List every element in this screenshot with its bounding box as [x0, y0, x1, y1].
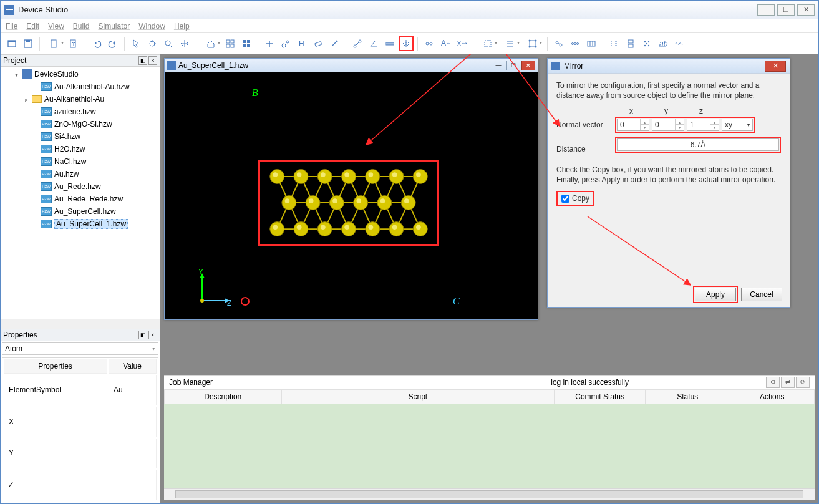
viewport-3d[interactable]: B C	[165, 72, 538, 319]
svg-point-110	[356, 198, 361, 203]
copy-atoms-icon[interactable]	[422, 36, 437, 51]
tree-item[interactable]: HZWZnO-MgO-Si.hzw	[1, 118, 160, 130]
doc-close-button[interactable]: ✕	[521, 61, 535, 70]
rotate-icon[interactable]	[145, 36, 160, 51]
job-settings-icon[interactable]: ⚙	[766, 377, 780, 388]
new-doc-icon[interactable]	[44, 36, 65, 51]
tree-root[interactable]: ▾ DeviceStudio	[1, 68, 160, 80]
pan-icon[interactable]	[177, 36, 192, 51]
copy-checkbox-row[interactable]: Copy	[556, 191, 594, 206]
tree-item[interactable]: ▹Au-Alkanethiol-Au	[1, 93, 160, 105]
open-icon[interactable]	[4, 36, 19, 51]
normal-y-input[interactable]: 0▴▾	[652, 119, 684, 131]
property-row[interactable]: Y	[4, 439, 157, 469]
tree-item[interactable]: HZWazulene.hzw	[1, 105, 160, 118]
distance-input[interactable]: 6.7Å	[617, 138, 779, 151]
mirror-tool-icon[interactable]	[399, 36, 414, 51]
document-window[interactable]: Au_SuperCell_1.hzw — ☐ ✕ B C	[164, 58, 538, 320]
cell-view-icon[interactable]	[477, 36, 498, 51]
menu-build[interactable]: Build	[73, 22, 90, 31]
cluster-icon[interactable]	[639, 36, 654, 51]
project-tree[interactable]: ▾ DeviceStudio HZWAu-Alkanethiol-Au.hzw▹…	[1, 67, 160, 319]
tree-scrollbar[interactable]	[1, 319, 160, 329]
doc-maximize-button[interactable]: ☐	[506, 61, 520, 70]
molecule2-icon[interactable]	[568, 36, 583, 51]
tree-item[interactable]: HZWAu_Rede.hzw	[1, 180, 160, 193]
job-shuffle-icon[interactable]: ⇄	[781, 377, 795, 388]
menu-file[interactable]: File	[6, 22, 17, 31]
abc-icon[interactable]: A↔C	[438, 36, 453, 51]
job-refresh-icon[interactable]: ⟳	[796, 377, 810, 388]
mirror-title-bar[interactable]: Mirror ✕	[548, 59, 790, 74]
properties-selector[interactable]: Atom	[2, 342, 158, 355]
hydrogen-icon[interactable]: H	[294, 36, 309, 51]
svg-point-122	[344, 225, 349, 230]
property-row[interactable]: Z	[4, 470, 157, 500]
panel-float-icon[interactable]: ◧	[138, 56, 147, 65]
supercell-icon[interactable]	[584, 36, 599, 51]
window-minimize-button[interactable]: —	[757, 4, 775, 16]
normal-x-input[interactable]: 0▴▾	[617, 119, 649, 131]
menu-simulator[interactable]: Simulator	[99, 22, 130, 31]
copy-label: Copy	[572, 194, 589, 203]
menu-view[interactable]: View	[48, 22, 64, 31]
pointer-icon[interactable]	[128, 36, 143, 51]
panel-float-icon[interactable]: ◧	[138, 331, 147, 339]
menu-help[interactable]: Help	[174, 22, 190, 31]
menu-window[interactable]: Window	[138, 22, 165, 31]
tree-item[interactable]: HZWAu-Alkanethiol-Au.hzw	[1, 80, 160, 93]
snake-icon[interactable]	[672, 36, 687, 51]
cancel-button[interactable]: Cancel	[741, 288, 782, 301]
erase-icon[interactable]	[311, 36, 326, 51]
tree-item[interactable]: HZWH2O.hzw	[1, 143, 160, 155]
menu-edit[interactable]: Edit	[26, 22, 39, 31]
file-icon: HZW	[41, 132, 52, 141]
measure-icon[interactable]	[382, 36, 397, 51]
fit-icon[interactable]	[223, 36, 238, 51]
undo-icon[interactable]	[89, 36, 104, 51]
mirror-close-button[interactable]: ✕	[765, 61, 786, 72]
vacuum-icon[interactable]	[623, 36, 638, 51]
tree-item[interactable]: HZWAu_SuperCell.hzw	[1, 205, 160, 218]
window-close-button[interactable]: ✕	[797, 4, 815, 16]
label-icon[interactable]: ab	[656, 36, 671, 51]
bond-icon[interactable]	[350, 36, 365, 51]
apply-button[interactable]: Apply	[695, 288, 736, 301]
angle-icon[interactable]	[366, 36, 381, 51]
home-icon[interactable]	[200, 36, 221, 51]
molecule1-icon[interactable]	[551, 36, 566, 51]
tree-item[interactable]: HZWNaCl.hzw	[1, 155, 160, 168]
wand-icon[interactable]	[327, 36, 342, 51]
mirror-dialog[interactable]: Mirror ✕ To mirror the configuration, fi…	[547, 58, 790, 308]
tree-item[interactable]: HZWAu.hzw	[1, 168, 160, 180]
redo-icon[interactable]	[105, 36, 120, 51]
align-icon[interactable]	[500, 36, 521, 51]
panel-close-icon[interactable]: ×	[148, 56, 157, 65]
property-row[interactable]: ElementSymbolAu	[4, 375, 157, 405]
normal-z-input[interactable]: 1▴▾	[687, 119, 719, 131]
tree-item[interactable]: HZWAu_SuperCell_1.hzw	[1, 218, 160, 230]
doc-minimize-button[interactable]: —	[492, 61, 505, 70]
zoom-icon[interactable]	[161, 36, 176, 51]
property-row[interactable]: X	[4, 407, 157, 437]
import-icon[interactable]	[66, 36, 81, 51]
window-maximize-button[interactable]: ☐	[777, 4, 795, 16]
tree-item[interactable]: HZWAu_Rede_Rede.hzw	[1, 193, 160, 205]
copy-checkbox[interactable]	[561, 195, 569, 203]
lattice-icon[interactable]	[522, 36, 543, 51]
document-title-bar[interactable]: Au_SuperCell_1.hzw — ☐ ✕	[165, 59, 538, 72]
panel-close-icon[interactable]: ×	[148, 331, 157, 339]
cleave-icon[interactable]	[607, 36, 622, 51]
xyz-icon[interactable]: x↔z	[454, 36, 469, 51]
add-atom-icon[interactable]	[262, 36, 277, 51]
grid-icon[interactable]	[239, 36, 254, 51]
plane-select[interactable]: xy	[722, 119, 753, 131]
job-manager-header: Job Manager log in local successfully ⚙ …	[164, 376, 815, 389]
svg-point-31	[535, 39, 537, 41]
job-scrollbar[interactable]	[164, 488, 815, 500]
atom-icon[interactable]	[278, 36, 293, 51]
svg-rect-40	[628, 40, 633, 43]
tree-item[interactable]: HZWSi4.hzw	[1, 130, 160, 143]
save-icon[interactable]	[21, 36, 36, 51]
svg-point-106	[309, 198, 314, 203]
